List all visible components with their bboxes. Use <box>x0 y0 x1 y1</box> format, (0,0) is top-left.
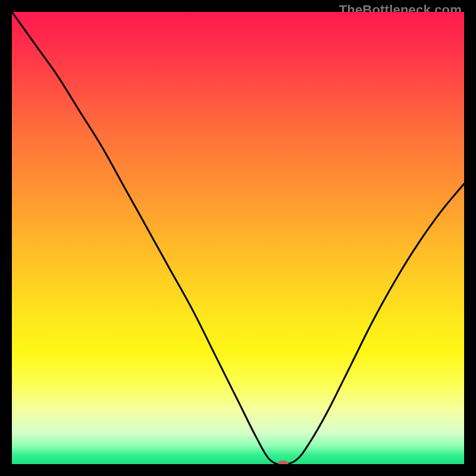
chart-frame: TheBottleneck.com <box>0 0 476 476</box>
bottleneck-curve <box>12 12 464 464</box>
minimum-marker <box>278 461 289 464</box>
plot-area <box>12 12 464 464</box>
